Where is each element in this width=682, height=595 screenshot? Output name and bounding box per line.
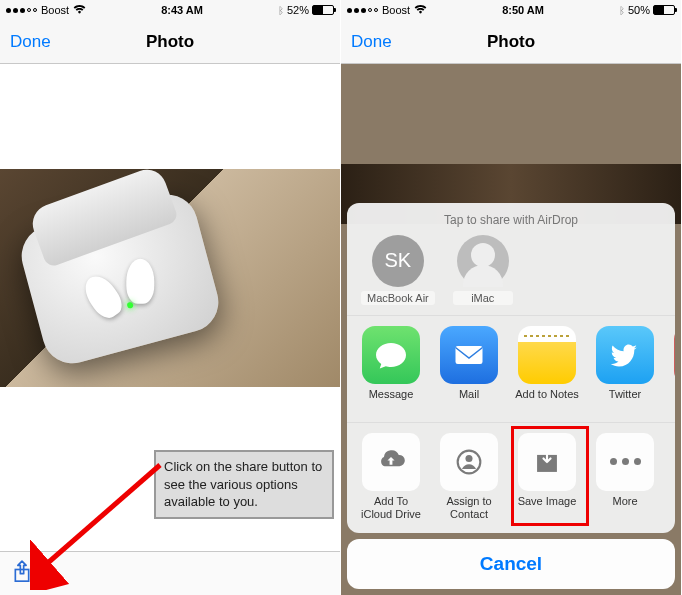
nav-bar: Done Photo xyxy=(0,20,340,64)
done-button[interactable]: Done xyxy=(10,32,51,52)
airdrop-label: iMac xyxy=(453,291,513,305)
twitter-icon xyxy=(596,326,654,384)
airdrop-target-macbook[interactable]: SK MacBook Air xyxy=(361,235,435,305)
signal-dots-icon xyxy=(347,8,378,13)
action-assign-contact[interactable]: Assign to Contact xyxy=(435,433,503,521)
svg-rect-0 xyxy=(15,569,28,581)
nav-bar: Done Photo xyxy=(341,20,681,64)
cancel-button[interactable]: Cancel xyxy=(347,539,675,589)
svg-point-3 xyxy=(465,455,472,462)
share-actions-row[interactable]: Add To iCloud Drive Assign to Contact Sa… xyxy=(347,422,675,533)
wifi-icon xyxy=(414,4,427,17)
avatar-initials-icon: SK xyxy=(372,235,424,287)
battery-icon xyxy=(653,5,675,15)
left-screenshot: Boost 8:43 AM ᛒ 52% Done Photo Click on … xyxy=(0,0,340,595)
app-label: Message xyxy=(369,388,414,414)
airdrop-title: Tap to share with AirDrop xyxy=(347,209,675,235)
message-icon xyxy=(362,326,420,384)
battery-pct: 50% xyxy=(628,4,650,16)
share-app-twitter[interactable]: Twitter xyxy=(591,326,659,414)
airdrop-target-imac[interactable]: iMac xyxy=(453,235,513,305)
annotation-tooltip: Click on the share button to see the var… xyxy=(154,450,334,519)
carrier-label: Boost xyxy=(382,4,410,16)
more-icon xyxy=(596,433,654,491)
action-label: More xyxy=(612,495,637,521)
right-screenshot: Boost 8:50 AM ᛒ 50% Done Photo Tap to sh… xyxy=(341,0,681,595)
bluetooth-icon: ᛒ xyxy=(278,5,284,16)
carrier-label: Boost xyxy=(41,4,69,16)
action-add-icloud[interactable]: Add To iCloud Drive xyxy=(357,433,425,521)
airdrop-label: MacBook Air xyxy=(361,291,435,305)
save-download-icon xyxy=(518,433,576,491)
action-label: Save Image xyxy=(518,495,577,521)
app-label: Add to Notes xyxy=(515,388,579,414)
notes-icon xyxy=(518,326,576,384)
cloud-upload-icon xyxy=(362,433,420,491)
airdrop-section: Tap to share with AirDrop SK MacBook Air… xyxy=(347,203,675,315)
battery-pct: 52% xyxy=(287,4,309,16)
bottom-toolbar xyxy=(0,551,340,595)
app-label: Mail xyxy=(459,388,479,414)
status-bar: Boost 8:43 AM ᛒ 52% xyxy=(0,0,340,20)
done-button[interactable]: Done xyxy=(351,32,392,52)
wifi-icon xyxy=(73,4,86,17)
share-button[interactable] xyxy=(12,559,32,589)
clock: 8:50 AM xyxy=(427,4,619,16)
svg-rect-1 xyxy=(456,346,483,364)
bluetooth-icon: ᛒ xyxy=(619,5,625,16)
app-peek-icon xyxy=(674,326,675,384)
signal-dots-icon xyxy=(6,8,37,13)
share-sheet: Tap to share with AirDrop SK MacBook Air… xyxy=(347,203,675,589)
avatar-generic-icon xyxy=(457,235,509,287)
action-label: Add To iCloud Drive xyxy=(357,495,425,521)
photo-viewer[interactable] xyxy=(0,169,340,387)
battery-icon xyxy=(312,5,334,15)
contact-icon xyxy=(440,433,498,491)
share-app-notes[interactable]: Add to Notes xyxy=(513,326,581,414)
action-save-image[interactable]: Save Image xyxy=(513,433,581,521)
share-app-message[interactable]: Message xyxy=(357,326,425,414)
action-more[interactable]: More xyxy=(591,433,659,521)
share-app-mail[interactable]: Mail xyxy=(435,326,503,414)
action-label: Assign to Contact xyxy=(435,495,503,521)
app-label: Twitter xyxy=(609,388,641,414)
clock: 8:43 AM xyxy=(86,4,278,16)
share-app-peek[interactable]: F xyxy=(669,326,675,414)
mail-icon xyxy=(440,326,498,384)
share-apps-row[interactable]: Message Mail Add to Notes xyxy=(347,315,675,422)
page-title: Photo xyxy=(341,32,681,52)
page-title: Photo xyxy=(0,32,340,52)
photo-content xyxy=(0,169,340,387)
status-bar: Boost 8:50 AM ᛒ 50% xyxy=(341,0,681,20)
